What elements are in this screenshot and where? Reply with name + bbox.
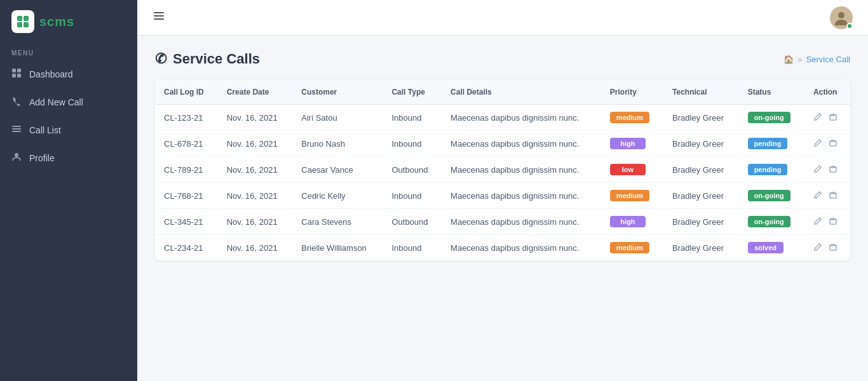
- col-status: Status: [739, 80, 804, 105]
- svg-rect-23: [829, 193, 837, 194]
- svg-point-11: [15, 153, 18, 157]
- svg-rect-2: [17, 22, 22, 27]
- hamburger-button[interactable]: [153, 10, 165, 25]
- topbar-right: [830, 6, 853, 29]
- edit-button[interactable]: [813, 190, 822, 201]
- cell-create-date: Nov. 16, 2021: [218, 209, 293, 235]
- cell-call-log-id: CL-768-21: [155, 183, 218, 209]
- cell-call-details: Maecenas dapibus dignissim nunc.: [442, 209, 601, 235]
- svg-rect-7: [17, 74, 21, 77]
- cell-technical: Bradley Greer: [663, 157, 739, 183]
- cell-call-type: Outbound: [383, 157, 442, 183]
- cell-technical: Bradley Greer: [663, 183, 739, 209]
- list-icon: [11, 124, 22, 137]
- cell-priority: low: [601, 157, 663, 183]
- sidebar-item-profile[interactable]: Profile: [0, 144, 137, 172]
- svg-rect-27: [829, 245, 837, 246]
- table-head: Call Log ID Create Date Customer Call Ty…: [155, 80, 850, 105]
- table-row: CL-123-21 Nov. 16, 2021 Airi Satou Inbou…: [155, 105, 850, 131]
- sidebar-item-dashboard[interactable]: Dashboard: [0, 60, 137, 88]
- table-row: CL-789-21 Nov. 16, 2021 Caesar Vance Out…: [155, 157, 850, 183]
- cell-status: pending: [739, 157, 804, 183]
- breadcrumb-separator: »: [797, 55, 802, 64]
- logo-icon: [11, 10, 34, 33]
- col-call-details: Call Details: [442, 80, 601, 105]
- delete-button[interactable]: [829, 164, 837, 175]
- table-body: CL-123-21 Nov. 16, 2021 Airi Satou Inbou…: [155, 105, 850, 261]
- service-calls-table: Call Log ID Create Date Customer Call Ty…: [155, 80, 850, 260]
- svg-rect-25: [829, 219, 837, 220]
- cell-action: [804, 235, 850, 261]
- svg-rect-17: [829, 115, 837, 116]
- priority-badge: high: [610, 216, 646, 227]
- col-priority: Priority: [601, 80, 663, 105]
- delete-button[interactable]: [829, 112, 837, 123]
- edit-button[interactable]: [813, 243, 822, 253]
- breadcrumb-current[interactable]: Service Call: [806, 55, 850, 64]
- sidebar-item-label-dashboard: Dashboard: [29, 69, 73, 79]
- delete-button[interactable]: [829, 138, 837, 149]
- status-badge: on-going: [748, 190, 790, 201]
- cell-priority: medium: [601, 105, 663, 131]
- edit-button[interactable]: [813, 138, 822, 149]
- profile-icon: [11, 152, 22, 164]
- dashboard-icon: [11, 68, 22, 81]
- delete-button[interactable]: [829, 243, 837, 253]
- cell-call-type: Outbound: [383, 209, 442, 235]
- cell-call-details: Maecenas dapibus dignissim nunc.: [442, 131, 601, 157]
- priority-badge: low: [610, 164, 646, 175]
- status-badge: pending: [748, 138, 788, 149]
- cell-technical: Bradley Greer: [663, 131, 739, 157]
- table-row: CL-768-21 Nov. 16, 2021 Cedric Kelly Inb…: [155, 183, 850, 209]
- sidebar-item-label-add-new-call: Add New Call: [29, 97, 83, 107]
- sidebar-item-add-new-call[interactable]: Add New Call: [0, 88, 137, 116]
- delete-button[interactable]: [829, 190, 837, 201]
- cell-status: solved: [739, 235, 804, 261]
- priority-badge: medium: [610, 242, 649, 253]
- edit-button[interactable]: [813, 112, 822, 123]
- avatar-online-dot: [846, 23, 853, 29]
- sidebar-logo: scms: [0, 0, 137, 43]
- sidebar-item-call-list[interactable]: Call List: [0, 116, 137, 144]
- cell-call-log-id: CL-345-21: [155, 209, 218, 235]
- cell-customer: Airi Satou: [292, 105, 383, 131]
- table-row: CL-678-21 Nov. 16, 2021 Bruno Nash Inbou…: [155, 131, 850, 157]
- edit-button[interactable]: [813, 164, 822, 175]
- cell-create-date: Nov. 16, 2021: [218, 131, 293, 157]
- edit-button[interactable]: [813, 217, 822, 227]
- table-row: CL-345-21 Nov. 16, 2021 Cara Stevens Out…: [155, 209, 850, 235]
- cell-technical: Bradley Greer: [663, 235, 739, 261]
- cell-priority: high: [601, 209, 663, 235]
- status-badge: solved: [748, 242, 783, 253]
- avatar-wrap[interactable]: [830, 6, 853, 29]
- content-area: ✆ Service Calls 🏠 » Service Call Call Lo…: [137, 36, 868, 381]
- cell-create-date: Nov. 16, 2021: [218, 105, 293, 131]
- sidebar: scms MENU Dashboard Add New Call: [0, 0, 137, 381]
- breadcrumb-home-icon[interactable]: 🏠: [783, 55, 794, 64]
- col-create-date: Create Date: [218, 80, 293, 105]
- page-title: ✆ Service Calls: [155, 51, 260, 67]
- phone-add-icon: [11, 96, 22, 109]
- svg-rect-12: [154, 12, 164, 13]
- page-header: ✆ Service Calls 🏠 » Service Call: [155, 51, 850, 67]
- cell-customer: Bruno Nash: [292, 131, 383, 157]
- cell-call-type: Inbound: [383, 235, 442, 261]
- status-badge: pending: [748, 164, 788, 175]
- cell-customer: Brielle Williamson: [292, 235, 383, 261]
- cell-status: on-going: [739, 209, 804, 235]
- cell-call-log-id: CL-789-21: [155, 157, 218, 183]
- svg-rect-10: [12, 131, 21, 132]
- svg-rect-8: [12, 126, 21, 127]
- cell-priority: medium: [601, 235, 663, 261]
- cell-priority: high: [601, 131, 663, 157]
- cell-customer: Cedric Kelly: [292, 183, 383, 209]
- cell-status: pending: [739, 131, 804, 157]
- cell-call-details: Maecenas dapibus dignissim nunc.: [442, 157, 601, 183]
- cell-call-log-id: CL-234-21: [155, 235, 218, 261]
- cell-call-details: Maecenas dapibus dignissim nunc.: [442, 183, 601, 209]
- delete-button[interactable]: [829, 217, 837, 227]
- svg-rect-1: [24, 16, 29, 21]
- cell-technical: Bradley Greer: [663, 105, 739, 131]
- sidebar-item-label-profile: Profile: [29, 153, 55, 163]
- menu-label: MENU: [0, 43, 137, 60]
